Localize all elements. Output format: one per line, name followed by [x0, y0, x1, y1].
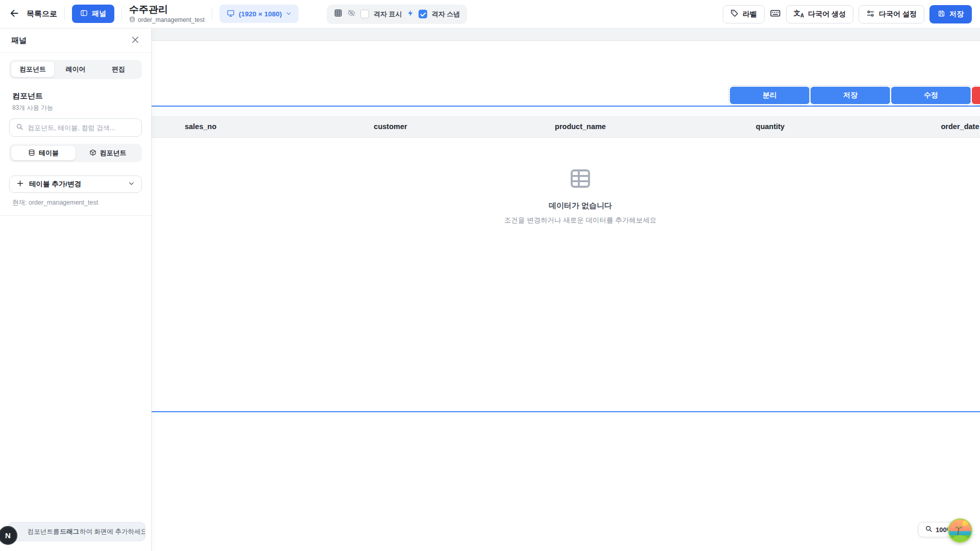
table-source-name: order_management_test [138, 17, 205, 24]
segment-tables[interactable]: 테이블 [11, 146, 76, 160]
tag-icon [730, 9, 739, 19]
divider [0, 215, 151, 216]
segment-components[interactable]: 컴포넌트 [76, 146, 140, 160]
panel-title: 패널 [11, 36, 27, 45]
grid-show-label: 격자 표시 [374, 10, 402, 19]
resolution-value: (980 × 551) [239, 10, 282, 18]
lightning-icon [407, 9, 414, 19]
i18n-settings-label: 다국어 설정 [879, 10, 917, 19]
back-to-list-label[interactable]: 목록으로 [27, 9, 57, 19]
keyboard-icon [770, 8, 781, 20]
arrow-left-icon [9, 8, 19, 20]
source-segmented-control: 테이블 컴포넌트 [9, 144, 142, 162]
panel-button-label: 패널 [92, 9, 106, 18]
divider [212, 7, 212, 20]
grid-snap-checkbox[interactable] [419, 10, 427, 18]
canvas-button-edit[interactable]: 수정 [891, 87, 971, 104]
toolbar-right: 라벨 文A 다국어 생성 다국어 설정 저장 [723, 5, 972, 23]
panel-tab-bar: 컴포넌트 레이어 편집 [9, 60, 142, 79]
drag-hint-prefix: 컴포넌트를 [28, 528, 60, 536]
page-title: 수주관리 [129, 4, 205, 15]
segment-tables-label: 테이블 [39, 148, 59, 158]
tab-components[interactable]: 컴포넌트 [11, 62, 54, 77]
table-top-padding [106, 107, 980, 116]
package-icon [89, 149, 96, 158]
drag-hint: 컴포넌트를 드래그하여 화면에 추가하세요 [8, 522, 145, 541]
grid-options-group: 격자 표시 격자 스냅 [327, 5, 467, 24]
island-emoji-sticker[interactable] [948, 518, 972, 543]
eye-off-icon [347, 9, 356, 19]
tab-edit[interactable]: 편집 [97, 62, 140, 77]
magnifier-icon [925, 525, 933, 534]
i18n-generate-label: 다국어 생성 [808, 10, 846, 19]
empty-state: 데이터가 없습니다 조건을 변경하거나 새로운 데이터를 추가해보세요 [106, 138, 980, 225]
search-icon [16, 123, 23, 133]
column-header-order-date[interactable]: order_date [865, 116, 980, 137]
i18n-generate-button[interactable]: 文A 다국어 생성 [786, 5, 853, 23]
add-change-table-label: 테이블 추가/변경 [29, 180, 123, 189]
left-panel: 패널 컴포넌트 레이어 편집 컴포넌트 83개 사용 가능 [0, 29, 152, 551]
save-button[interactable]: 저장 [929, 5, 972, 23]
components-section-header: 컴포넌트 83개 사용 가능 [12, 91, 139, 112]
table-body: 데이터가 없습니다 조건을 변경하거나 새로운 데이터를 추가해보세요 [106, 138, 980, 411]
panel-toggle-button[interactable]: 패널 [72, 5, 114, 23]
toolbar-left: 목록으로 패널 수주관리 order_management_test [9, 4, 299, 24]
close-icon [131, 35, 140, 46]
canvas-button-red-clipped[interactable] [972, 87, 980, 104]
canvas-button-separate[interactable]: 분리 [730, 87, 810, 104]
panel-header: 패널 [0, 29, 151, 53]
resolution-selector[interactable]: (980 × 551) [219, 5, 299, 23]
divider [121, 7, 122, 20]
chevron-down-icon [286, 10, 291, 18]
back-button[interactable] [9, 8, 19, 20]
empty-state-subtitle: 조건을 변경하거나 새로운 데이터를 추가해보세요 [504, 216, 657, 225]
table-header-row: sales_no customer product_name quantity … [106, 116, 980, 138]
chevron-down-icon [128, 180, 135, 188]
grid-show-checkbox[interactable] [360, 10, 369, 18]
column-header-product-name[interactable]: product_name [485, 116, 675, 137]
search-input[interactable] [28, 124, 135, 132]
empty-state-title: 데이터가 없습니다 [549, 201, 612, 211]
grid-icon [334, 9, 342, 19]
tab-layers[interactable]: 레이어 [54, 62, 97, 77]
canvas-top-strip [152, 29, 980, 41]
i18n-settings-button[interactable]: 다국어 설정 [859, 5, 924, 23]
segment-components-label: 컴포넌트 [100, 148, 127, 158]
save-icon [938, 10, 945, 19]
n-avatar-badge: N [0, 526, 17, 545]
drag-hint-bold: 드래그 [60, 528, 80, 536]
page-title-block: 수주관리 order_management_test [129, 4, 205, 24]
plus-icon [16, 180, 24, 189]
components-available-count: 83개 사용 가능 [12, 104, 139, 112]
column-header-quantity[interactable]: quantity [675, 116, 865, 137]
database-icon [129, 16, 135, 24]
top-toolbar: 목록으로 패널 수주관리 order_management_test [0, 0, 980, 29]
canvas-button-save[interactable]: 저장 [811, 87, 890, 104]
label-button[interactable]: 라벨 [723, 5, 765, 23]
save-button-label: 저장 [949, 10, 964, 19]
table-source: order_management_test [129, 16, 205, 24]
components-section-title: 컴포넌트 [12, 91, 139, 101]
database-icon [28, 149, 35, 158]
monitor-icon [227, 9, 235, 19]
component-search-box [9, 118, 142, 137]
sliders-icon [866, 9, 875, 19]
translate-icon: 文A [794, 10, 804, 18]
panel-close-button[interactable] [131, 35, 140, 46]
current-table-label: 현재: order_management_test [12, 198, 139, 207]
add-change-table-button[interactable]: 테이블 추가/변경 [9, 176, 142, 193]
keyboard-shortcuts-button[interactable] [770, 8, 781, 20]
column-header-customer[interactable]: customer [296, 116, 485, 137]
selected-button-group: 분리 저장 수정 [730, 87, 980, 104]
sidebar-panel-icon [80, 9, 88, 18]
drag-hint-suffix: 하여 화면에 추가하세요 [80, 528, 145, 536]
grid-snap-label: 격자 스냅 [432, 10, 460, 19]
app-window: 목록으로 패널 수주관리 order_management_test [0, 0, 980, 551]
divider [64, 7, 65, 20]
data-table-component[interactable]: sales_no customer product_name quantity … [106, 106, 980, 412]
empty-table-icon [568, 166, 593, 193]
label-button-text: 라벨 [743, 10, 757, 19]
